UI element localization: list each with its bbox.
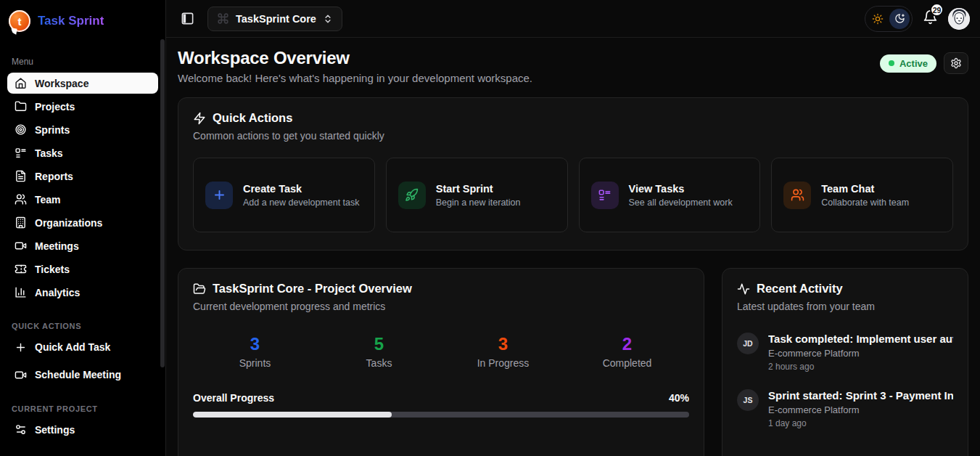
dark-mode-button[interactable] <box>889 9 910 29</box>
status-dot-icon <box>889 60 894 66</box>
quick-actions-title: Quick Actions <box>213 111 292 125</box>
activity-time: 2 hours ago <box>768 362 953 372</box>
workspace-settings-button[interactable] <box>944 52 968 74</box>
sidebar-item-analytics[interactable]: Analytics <box>7 282 158 303</box>
sidebar-scrollbar[interactable] <box>160 39 165 367</box>
file-text-icon <box>15 170 27 182</box>
activity-project: E-commerce Platform <box>768 404 953 415</box>
recent-activity-card: Recent Activity Latest updates from your… <box>722 268 968 456</box>
home-icon <box>15 77 27 89</box>
project-selector[interactable]: TaskSprint Core <box>207 7 342 31</box>
page-header: Workspace Overview Welcome back! Here's … <box>178 48 968 84</box>
start-sprint-action[interactable]: Start Sprint Begin a new iteration <box>386 158 568 232</box>
command-icon <box>217 12 229 25</box>
stat-tasks: 5 Tasks <box>317 334 441 369</box>
list-todo-icon <box>598 188 612 202</box>
folder-icon <box>15 100 27 113</box>
activity-time: 1 day ago <box>768 418 953 428</box>
overall-progress: Overall Progress 40% <box>193 392 689 418</box>
notification-count-badge: 29 <box>930 3 944 17</box>
sidebar-item-settings[interactable]: Settings <box>7 419 158 440</box>
sun-icon <box>872 13 884 25</box>
stat-label: Sprints <box>193 357 317 369</box>
activity-item[interactable]: JD Task completed: Implement user authe.… <box>737 333 953 372</box>
sidebar-quick-add-task[interactable]: Quick Add Task <box>7 336 158 358</box>
sidebar-item-organizations[interactable]: Organizations <box>7 212 158 233</box>
page-title: Workspace Overview <box>178 48 532 68</box>
video-icon <box>15 240 27 252</box>
building-icon <box>15 216 27 229</box>
rocket-icon <box>405 188 419 202</box>
video-icon <box>15 369 27 381</box>
sidebar-item-label: Tickets <box>35 264 70 275</box>
sidebar-item-label: Organizations <box>35 217 102 229</box>
sliders-icon <box>15 423 27 436</box>
notifications-button[interactable]: 29 <box>923 9 938 28</box>
list-todo-icon <box>15 147 27 159</box>
stat-value: 3 <box>441 334 565 354</box>
sidebar-item-meetings[interactable]: Meetings <box>7 235 158 256</box>
brand-name: Task Sprint <box>38 14 104 28</box>
stat-label: Completed <box>565 357 689 369</box>
sidebar-item-tickets[interactable]: Tickets <box>7 258 158 280</box>
sidebar-item-label: Tasks <box>35 147 63 159</box>
quick-actions-section-label: QUICK ACTIONS <box>12 322 158 330</box>
sidebar-item-label: Analytics <box>35 287 80 298</box>
project-overview-title: TaskSprint Core - Project Overview <box>213 282 412 296</box>
sidebar-item-projects[interactable]: Projects <box>7 96 158 117</box>
stat-value: 2 <box>565 334 689 354</box>
project-selector-label: TaskSprint Core <box>236 13 316 25</box>
panel-left-icon <box>181 12 194 25</box>
avatar-image <box>948 8 970 30</box>
sidebar-schedule-meeting[interactable]: Schedule Meeting <box>7 364 158 386</box>
sidebar-item-reports[interactable]: Reports <box>7 166 158 187</box>
current-project-section-label: CURRENT PROJECT <box>12 404 158 413</box>
progress-label: Overall Progress <box>193 392 274 404</box>
page-subtitle: Welcome back! Here's what's happening in… <box>178 72 532 84</box>
sidebar-item-label: Settings <box>35 424 75 436</box>
sidebar-item-tasks[interactable]: Tasks <box>7 142 158 163</box>
progress-bar <box>193 412 689 418</box>
activity-title: Sprint started: Sprint 3 - Payment Inte.… <box>768 389 953 402</box>
brand-logo-icon: t <box>9 10 30 32</box>
target-icon <box>15 123 27 136</box>
ticket-icon <box>15 263 27 275</box>
action-title: Team Chat <box>821 183 909 195</box>
stat-sprints: 3 Sprints <box>193 334 317 369</box>
moon-star-icon <box>894 13 905 24</box>
sidebar-item-workspace[interactable]: Workspace <box>7 73 158 94</box>
user-avatar[interactable] <box>948 8 970 30</box>
status-badge: Active <box>880 54 936 73</box>
sidebar-item-sprints[interactable]: Sprints <box>7 119 158 140</box>
stat-label: Tasks <box>317 357 441 369</box>
users-icon <box>15 193 27 205</box>
content: Workspace Overview Welcome back! Here's … <box>166 38 980 456</box>
sidebar-toggle-button[interactable] <box>178 9 197 28</box>
topbar-right-cluster: 29 <box>865 6 970 32</box>
main-area: TaskSprint Core 29 <box>166 0 980 456</box>
sidebar-item-label: Schedule Meeting <box>35 369 121 380</box>
sidebar-item-label: Meetings <box>35 240 79 252</box>
project-overview-subtitle: Current development progress and metrics <box>193 301 689 312</box>
activity-title: Task completed: Implement user authe... <box>768 333 953 345</box>
action-description: Begin a new iteration <box>436 198 521 208</box>
project-stats: 3 Sprints 5 Tasks 3 In Progress 2 <box>193 334 689 369</box>
bar-chart-icon <box>15 286 27 298</box>
sidebar-item-team[interactable]: Team <box>7 189 158 210</box>
avatar: JD <box>737 333 759 354</box>
progress-value: 40% <box>669 392 689 404</box>
activity-item[interactable]: JS Sprint started: Sprint 3 - Payment In… <box>737 389 953 428</box>
theme-toggle <box>865 6 913 32</box>
action-title: Start Sprint <box>436 183 521 195</box>
team-chat-action[interactable]: Team Chat Collaborate with team <box>771 158 953 232</box>
sidebar: t Task Sprint Menu Workspace Projects Sp… <box>0 0 166 456</box>
action-description: See all development work <box>629 198 733 208</box>
sidebar-item-label: Projects <box>35 101 75 113</box>
recent-activity-title: Recent Activity <box>757 282 843 296</box>
light-mode-button[interactable] <box>868 9 888 29</box>
create-task-action[interactable]: Create Task Add a new development task <box>193 158 375 232</box>
progress-bar-fill <box>193 412 392 418</box>
view-tasks-action[interactable]: View Tasks See all development work <box>579 158 761 232</box>
action-title: View Tasks <box>629 183 733 195</box>
stat-label: In Progress <box>441 357 565 369</box>
